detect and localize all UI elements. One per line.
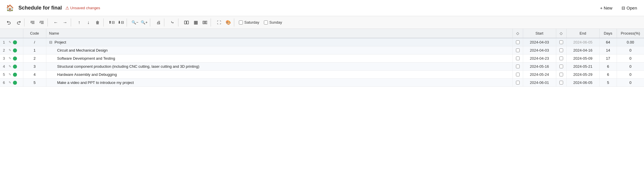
col-header-end: End (566, 29, 599, 38)
sunday-checkbox[interactable] (264, 20, 268, 25)
table-header-row: Code Name ◇ Start ◇ End Days Process(%) (0, 29, 644, 38)
start-milestone-checkbox[interactable] (516, 48, 520, 52)
saturday-checkbox[interactable] (239, 20, 243, 25)
days-cell: 14 (599, 46, 617, 54)
start-milestone-checkbox[interactable] (516, 40, 520, 44)
layout1-button[interactable] (182, 18, 190, 27)
svg-rect-4 (41, 22, 44, 23)
home-icon[interactable]: 🏠 (5, 3, 15, 13)
task-name: Hardware Assembly and Debugging (57, 72, 117, 77)
code-cell: 4 (23, 71, 46, 79)
share-button[interactable]: ⤷ (168, 18, 176, 27)
task-name: Circuit and Mechanical Design (57, 48, 108, 52)
palette-button[interactable]: 🎨 (224, 18, 232, 27)
days-cell: 6 (599, 63, 617, 71)
arrow-left-button[interactable]: ← (52, 18, 60, 27)
edit-icon[interactable]: ✎ (9, 40, 11, 44)
move-group: ↑ ↓ 🗑 (73, 18, 104, 27)
indent-left-button[interactable] (28, 18, 37, 27)
collapse-icon[interactable]: ⊟ (49, 40, 52, 44)
diamond2-cell (556, 71, 566, 79)
arrow-right-button[interactable]: → (61, 18, 69, 27)
diamond2-cell (556, 79, 566, 87)
code-cell: 1 (23, 46, 46, 54)
end-milestone-checkbox[interactable] (559, 65, 563, 68)
edit-icon[interactable]: ✎ (9, 48, 11, 52)
zoom-in-button[interactable]: 🔍+ (140, 18, 148, 27)
diamond1-cell (512, 54, 523, 63)
toolbar: ← → ↑ ↓ 🗑 ⬆⊟ ⬇⊟ 🔍− 🔍+ 🖨 ⤷ ▦ ⛶ 🎨 Sat (0, 16, 644, 29)
svg-rect-8 (203, 21, 204, 24)
end-date-cell: 2024-05-29 (566, 71, 599, 79)
diamond2-cell (556, 54, 566, 63)
row-number: 5 (3, 72, 7, 77)
edit-icon[interactable]: ✎ (9, 73, 11, 76)
move-down-button[interactable]: ↓ (84, 18, 92, 27)
svg-rect-7 (187, 21, 188, 24)
unsaved-text: Unsaved changes (70, 6, 100, 10)
process-cell: 0 (617, 71, 644, 79)
start-date-cell: 2024-05-24 (523, 71, 556, 79)
end-milestone-checkbox[interactable] (559, 81, 563, 84)
print-button[interactable]: 🖨 (154, 18, 162, 27)
end-date-cell: 2024-04-16 (566, 46, 599, 54)
start-date-cell: 2024-06-01 (523, 79, 556, 87)
open-button[interactable]: ⊟ Open (619, 4, 639, 12)
start-milestone-checkbox[interactable] (516, 57, 520, 60)
end-milestone-checkbox[interactable] (559, 48, 563, 52)
new-button[interactable]: + New (598, 4, 615, 12)
layout2-button[interactable]: ▦ (192, 18, 200, 27)
col-header-diamond2: ◇ (556, 29, 566, 38)
code-cell: / (23, 38, 46, 46)
svg-rect-9 (204, 21, 205, 24)
edit-icon[interactable]: ✎ (9, 81, 11, 84)
days-cell: 5 (599, 79, 617, 87)
table-row: 1 ✎ /⊟Project2024-04-032024-06-05640.00 (0, 38, 644, 46)
diamond1-cell (512, 46, 523, 54)
svg-rect-5 (41, 23, 44, 24)
start-milestone-checkbox[interactable] (516, 73, 520, 76)
process-cell: 0 (617, 79, 644, 87)
delete-button[interactable]: 🗑 (94, 18, 102, 27)
start-milestone-checkbox[interactable] (516, 65, 520, 68)
status-dot (13, 65, 17, 69)
table-row: 5 ✎ 4Hardware Assembly and Debugging2024… (0, 71, 644, 79)
table-row: 6 ✎ 5Make a video and PPT to introduce m… (0, 79, 644, 87)
code-cell: 3 (23, 63, 46, 71)
gantt-table: Code Name ◇ Start ◇ End Days Process(%) … (0, 29, 644, 87)
share-group: ⤷ (167, 18, 178, 27)
table-row: 3 ✎ 2Software Development and Testing202… (0, 54, 644, 63)
header-actions: + New ⊟ Open (598, 4, 639, 12)
saturday-checkbox-label[interactable]: Saturday (239, 20, 259, 25)
row-num-cell: 3 ✎ (0, 54, 23, 63)
fullscreen-button[interactable]: ⛶ (215, 18, 223, 27)
svg-rect-6 (184, 21, 186, 24)
move-up-button[interactable]: ↑ (75, 18, 83, 27)
edit-icon[interactable]: ✎ (9, 65, 11, 68)
days-cell: 64 (599, 38, 617, 46)
align-start-button[interactable]: ⬆⊟ (108, 18, 116, 27)
undo-redo-group (3, 18, 24, 27)
col-header-diamond1: ◇ (512, 29, 523, 38)
row-number: 3 (3, 56, 7, 61)
end-milestone-checkbox[interactable] (559, 73, 563, 76)
edit-icon[interactable]: ✎ (9, 57, 11, 60)
name-cell: Software Development and Testing (46, 54, 512, 63)
redo-button[interactable] (14, 18, 22, 27)
end-milestone-checkbox[interactable] (559, 57, 563, 60)
zoom-out-button[interactable]: 🔍− (131, 18, 139, 27)
col-header-rownum (0, 29, 23, 38)
start-milestone-checkbox[interactable] (516, 81, 520, 84)
layout3-button[interactable] (201, 18, 209, 27)
zoom-group: 🔍− 🔍+ (129, 18, 150, 27)
start-date-cell: 2024-04-23 (523, 54, 556, 63)
task-name: Software Development and Testing (57, 56, 115, 61)
align-end-button[interactable]: ⬇⊟ (117, 18, 125, 27)
undo-button[interactable] (5, 18, 13, 27)
table-row: 4 ✎ 3Structural component production (in… (0, 63, 644, 71)
sunday-label: Sunday (269, 20, 282, 25)
sunday-checkbox-label[interactable]: Sunday (264, 20, 282, 25)
end-milestone-checkbox[interactable] (559, 40, 563, 44)
indent-right-button[interactable] (38, 18, 46, 27)
unsaved-changes-badge: ⚠ Unsaved changes (65, 5, 100, 11)
